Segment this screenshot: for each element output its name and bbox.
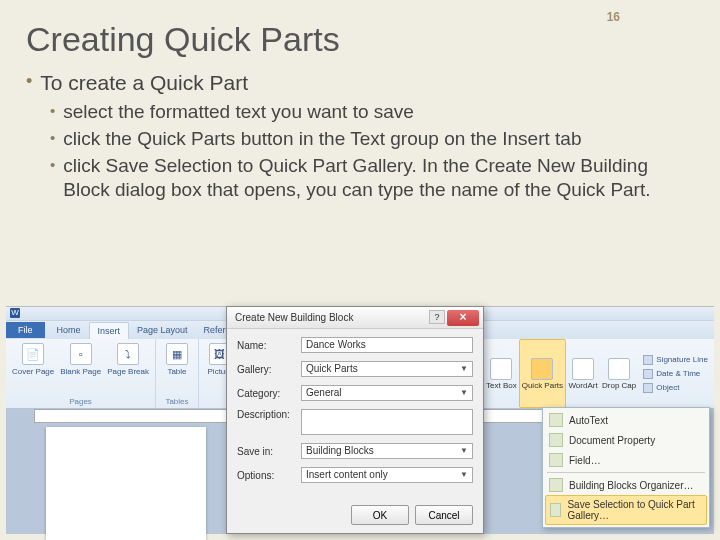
group-label-tables: Tables — [162, 397, 192, 406]
object-button[interactable]: Object — [641, 382, 710, 394]
word-app-icon: W — [10, 308, 20, 318]
sub-bullet: • click Save Selection to Quick Part Gal… — [50, 154, 694, 203]
name-label: Name: — [237, 340, 301, 351]
file-tab[interactable]: File — [6, 322, 45, 338]
cover-page-icon: 📄 — [22, 343, 44, 365]
savein-select[interactable]: Building Blocks▼ — [301, 443, 473, 459]
blank-page-button[interactable]: ▫Blank Page — [60, 343, 101, 376]
sub-bullet-text: click the Quick Parts button in the Text… — [63, 127, 581, 152]
slide-content: • To create a Quick Part • select the fo… — [0, 69, 720, 203]
wordart-icon — [572, 358, 594, 380]
wordart-button[interactable]: WordArt — [566, 339, 600, 408]
chevron-down-icon: ▼ — [460, 362, 468, 376]
ribbon-group-pages: 📄Cover Page ▫Blank Page ⤵Page Break Page… — [6, 339, 156, 408]
menu-save-selection[interactable]: Save Selection to Quick Part Gallery… — [545, 495, 707, 525]
tab-home[interactable]: Home — [49, 322, 89, 338]
quick-parts-button[interactable]: Quick Parts — [519, 339, 566, 408]
drop-cap-icon — [608, 358, 630, 380]
text-box-icon — [490, 358, 512, 380]
chevron-down-icon: ▼ — [460, 444, 468, 458]
sub-bullet-text: select the formatted text you want to sa… — [63, 100, 414, 125]
menu-separator — [547, 472, 705, 473]
drop-cap-button[interactable]: Drop Cap — [600, 339, 638, 408]
dialog-titlebar: Create New Building Block ? × — [227, 307, 483, 329]
ribbon-text-group: Text Box Quick Parts WordArt Drop Cap Si… — [484, 339, 714, 409]
name-input[interactable]: Dance Works — [301, 337, 473, 353]
dialog-body: Name: Dance Works Gallery: Quick Parts▼ … — [227, 329, 483, 499]
signature-icon — [643, 355, 653, 365]
gallery-label: Gallery: — [237, 364, 301, 375]
sub-bullet: • click the Quick Parts button in the Te… — [50, 127, 694, 152]
save-selection-icon — [550, 503, 561, 517]
date-time-button[interactable]: Date & Time — [641, 368, 710, 380]
quick-parts-menu: AutoText Document Property Field… Buildi… — [542, 407, 710, 528]
quick-parts-icon — [531, 358, 553, 380]
sub-bullet: • select the formatted text you want to … — [50, 100, 694, 125]
table-button[interactable]: ▦Table — [162, 343, 192, 376]
category-select[interactable]: General▼ — [301, 385, 473, 401]
options-select[interactable]: Insert content only▼ — [301, 467, 473, 483]
bullet-main-text: To create a Quick Part — [40, 69, 248, 96]
document-page[interactable] — [46, 427, 206, 540]
ribbon-group-tables: ▦Table Tables — [156, 339, 199, 408]
docprop-icon — [549, 433, 563, 447]
object-icon — [643, 383, 653, 393]
dialog-close-button[interactable]: × — [447, 310, 479, 326]
bullet-main: • To create a Quick Part — [26, 69, 694, 96]
sub-bullet-text: click Save Selection to Quick Part Galle… — [63, 154, 694, 203]
signature-line-button[interactable]: Signature Line — [641, 354, 710, 366]
options-label: Options: — [237, 470, 301, 481]
field-icon — [549, 453, 563, 467]
dialog-help-button[interactable]: ? — [429, 310, 445, 324]
tab-page-layout[interactable]: Page Layout — [129, 322, 196, 338]
cover-page-button[interactable]: 📄Cover Page — [12, 343, 54, 376]
page-break-icon: ⤵ — [117, 343, 139, 365]
page-break-button[interactable]: ⤵Page Break — [107, 343, 149, 376]
gallery-select[interactable]: Quick Parts▼ — [301, 361, 473, 377]
bullet-dot: • — [50, 127, 55, 152]
menu-building-blocks-organizer[interactable]: Building Blocks Organizer… — [545, 475, 707, 495]
autotext-icon — [549, 413, 563, 427]
description-input[interactable] — [301, 409, 473, 435]
category-label: Category: — [237, 388, 301, 399]
table-icon: ▦ — [166, 343, 188, 365]
menu-field[interactable]: Field… — [545, 450, 707, 470]
text-box-button[interactable]: Text Box — [484, 339, 519, 408]
chevron-down-icon: ▼ — [460, 386, 468, 400]
tab-insert[interactable]: Insert — [89, 322, 130, 339]
date-time-icon — [643, 369, 653, 379]
group-label-pages: Pages — [12, 397, 149, 406]
bullet-dot: • — [26, 69, 32, 96]
menu-document-property[interactable]: Document Property — [545, 430, 707, 450]
description-label: Description: — [237, 409, 301, 420]
create-building-block-dialog: Create New Building Block ? × Name: Danc… — [226, 306, 484, 534]
dialog-title-text: Create New Building Block — [235, 312, 353, 323]
menu-autotext[interactable]: AutoText — [545, 410, 707, 430]
organizer-icon — [549, 478, 563, 492]
bullet-dot: • — [50, 154, 55, 203]
blank-page-icon: ▫ — [70, 343, 92, 365]
embedded-screenshot: W File Home Insert Page Layout Reference… — [6, 306, 714, 534]
bullet-dot: • — [50, 100, 55, 125]
cancel-button[interactable]: Cancel — [415, 505, 473, 525]
ok-button[interactable]: OK — [351, 505, 409, 525]
page-number: 16 — [607, 10, 620, 24]
savein-label: Save in: — [237, 446, 301, 457]
chevron-down-icon: ▼ — [460, 468, 468, 482]
